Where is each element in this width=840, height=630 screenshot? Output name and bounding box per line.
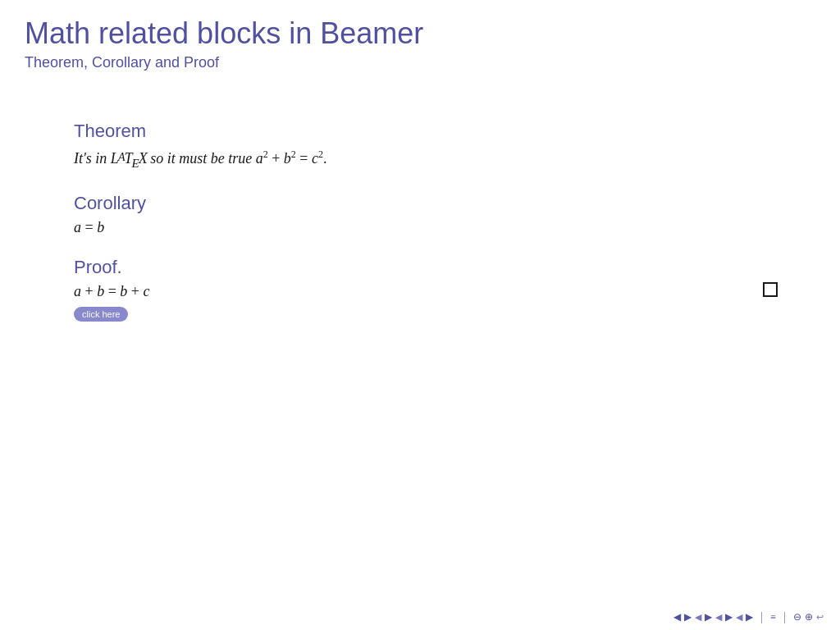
nav-eq-left-icon[interactable]: ▶ <box>725 611 733 623</box>
click-here-button[interactable]: click here <box>74 307 128 322</box>
theorem-block: Theorem It's in LATEX so it must be true… <box>74 121 815 172</box>
proof-block: Proof. a + b = b + c click here <box>74 257 815 322</box>
nav-img-left-icon[interactable]: ▶ <box>705 611 712 623</box>
latex-logo: LATEX <box>111 150 147 167</box>
theorem-title: Theorem <box>74 121 815 142</box>
slide-header: Math related blocks in Beamer Theorem, C… <box>25 16 815 71</box>
proof-line: a + b = b + c <box>74 283 815 300</box>
nav-right-1-icon[interactable]: ▶ <box>684 611 692 623</box>
nav-zoom-in-icon[interactable]: ⊕ <box>805 611 813 623</box>
theorem-math: a2 + b2 = c2. <box>256 150 327 167</box>
nav-separator-2: ◀ <box>715 612 722 623</box>
nav-left-1-icon[interactable]: ◀ <box>673 611 681 623</box>
content-area: Theorem It's in LATEX so it must be true… <box>74 121 815 322</box>
nav-divider-2 <box>784 612 785 623</box>
qed-symbol <box>763 282 778 297</box>
slide-subtitle: Theorem, Corollary and Proof <box>25 54 815 71</box>
nav-zoom-out-icon[interactable]: ⊖ <box>793 611 801 623</box>
corollary-block: Corollary a = b <box>74 193 815 236</box>
nav-divider <box>761 612 762 623</box>
corollary-title: Corollary <box>74 193 815 214</box>
nav-bar: ◀ ▶ ◀ ▶ ◀ ▶ ◀ ▶ ≡ ⊖ ⊕ ↩ <box>673 611 824 623</box>
nav-align-icon[interactable]: ≡ <box>770 611 776 623</box>
slide-title: Math related blocks in Beamer <box>25 16 815 51</box>
proof-title: Proof. <box>74 257 815 278</box>
nav-eq-right-icon[interactable]: ▶ <box>746 611 753 623</box>
nav-back-icon[interactable]: ↩ <box>816 612 824 623</box>
theorem-content: It's in LATEX so it must be true a2 + b2… <box>74 147 815 172</box>
corollary-content: a = b <box>74 219 815 236</box>
nav-separator-3: ◀ <box>736 612 742 623</box>
slide-container: Math related blocks in Beamer Theorem, C… <box>0 0 840 630</box>
proof-content: a + b = b + c <box>74 283 149 300</box>
nav-separator-1: ◀ <box>695 612 701 623</box>
